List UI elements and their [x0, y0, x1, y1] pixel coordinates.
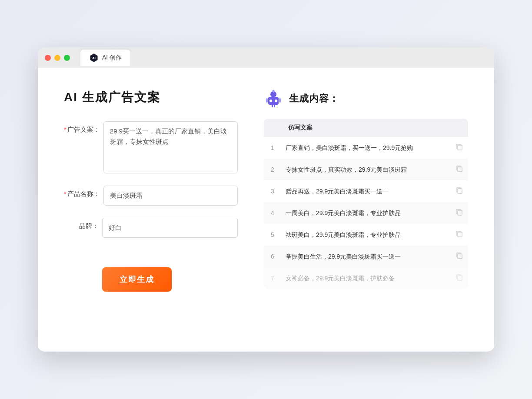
copy-icon[interactable]	[456, 230, 463, 238]
maximize-button[interactable]	[64, 55, 70, 61]
close-button[interactable]	[45, 55, 51, 61]
result-copy-cell	[451, 159, 468, 180]
result-number: 4	[264, 202, 281, 224]
required-star-1: *	[64, 126, 66, 133]
table-row: 1 厂家直销，美白淡斑霜，买一送一，29.9元抢购	[264, 137, 468, 159]
copy-icon[interactable]	[456, 186, 463, 194]
right-panel: 生成内容： 仿写文案 1 厂家直销，美白淡斑霜，买一送一，29.9元抢购	[264, 89, 468, 325]
copy-icon[interactable]	[456, 165, 463, 173]
minimize-button[interactable]	[54, 55, 60, 61]
ad-copy-input[interactable]: 29.9买一送一，真正的厂家直销，美白淡斑霜，专抹女性斑点	[103, 121, 238, 173]
result-number: 1	[264, 137, 281, 159]
svg-rect-8	[272, 105, 273, 107]
browser-content: AI 生成广告文案 *广告文案： 29.9买一送一，真正的厂家直销，美白淡斑霜，…	[38, 68, 494, 351]
browser-titlebar: AI AI 创作	[38, 47, 494, 68]
svg-rect-11	[279, 98, 281, 103]
result-number: 7	[264, 267, 281, 289]
product-name-group: *产品名称：	[64, 186, 238, 206]
result-text: 赠品再送，29.9元美白淡斑霜买一送一	[281, 180, 451, 202]
result-number: 3	[264, 180, 281, 202]
ad-copy-group: *广告文案： 29.9买一送一，真正的厂家直销，美白淡斑霜，专抹女性斑点	[64, 121, 238, 173]
svg-rect-12	[458, 145, 462, 150]
brand-label: 品牌：	[64, 218, 99, 230]
result-text: 一周美白，29.9元美白淡斑霜，专业护肤品	[281, 202, 451, 224]
product-name-label: *产品名称：	[64, 186, 100, 198]
brand-group: 品牌：	[64, 218, 238, 238]
result-number: 6	[264, 246, 281, 267]
svg-point-5	[275, 100, 277, 102]
col-num-header	[264, 119, 281, 137]
result-copy-cell	[451, 246, 468, 267]
svg-rect-10	[266, 98, 268, 103]
svg-point-6	[273, 90, 275, 92]
brand-input[interactable]	[102, 218, 238, 238]
table-row: 4 一周美白，29.9元美白淡斑霜，专业护肤品	[264, 202, 468, 224]
table-row: 7 女神必备，29.9元美白淡斑霜，护肤必备	[264, 267, 468, 289]
copy-icon[interactable]	[456, 252, 463, 259]
ad-copy-label: *广告文案：	[64, 121, 100, 134]
result-copy-cell	[451, 224, 468, 246]
copy-icon[interactable]	[456, 143, 463, 151]
result-number: 2	[264, 159, 281, 180]
copy-icon[interactable]	[456, 273, 463, 281]
result-copy-cell	[451, 202, 468, 224]
copy-icon[interactable]	[456, 208, 463, 216]
traffic-lights	[45, 55, 70, 61]
required-star-2: *	[64, 190, 66, 197]
page-title: AI 生成广告文案	[64, 89, 238, 106]
result-text: 掌握美白生活，29.9元美白淡斑霜买一送一	[281, 246, 451, 267]
result-header: 生成内容：	[264, 89, 468, 108]
tab-label: AI 创作	[102, 54, 122, 62]
table-row: 2 专抹女性斑点，真实功效，29.9元美白淡斑霜	[264, 159, 468, 180]
product-name-input[interactable]	[103, 186, 238, 206]
result-text: 专抹女性斑点，真实功效，29.9元美白淡斑霜	[281, 159, 451, 180]
tab-container: AI AI 创作	[80, 50, 130, 66]
svg-rect-18	[458, 276, 462, 280]
result-text: 祛斑美白，29.9元美白淡斑霜，专业护肤品	[281, 224, 451, 246]
svg-rect-16	[458, 232, 462, 237]
col-action-header	[451, 119, 468, 137]
table-row: 5 祛斑美白，29.9元美白淡斑霜，专业护肤品	[264, 224, 468, 246]
ai-tab-icon: AI	[89, 53, 99, 63]
table-row: 6 掌握美白生活，29.9元美白淡斑霜买一送一	[264, 246, 468, 267]
tab-ai-creation[interactable]: AI AI 创作	[80, 50, 130, 66]
generate-button[interactable]: 立即生成	[102, 267, 172, 292]
result-table: 仿写文案 1 厂家直销，美白淡斑霜，买一送一，29.9元抢购 2 专抹女性斑点，	[264, 119, 468, 289]
result-copy-cell	[451, 137, 468, 159]
col-text-header: 仿写文案	[281, 119, 451, 137]
svg-rect-14	[458, 189, 462, 193]
svg-rect-17	[458, 254, 462, 259]
result-text: 女神必备，29.9元美白淡斑霜，护肤必备	[281, 267, 451, 289]
svg-rect-15	[458, 210, 462, 215]
left-panel: AI 生成广告文案 *广告文案： 29.9买一送一，真正的厂家直销，美白淡斑霜，…	[64, 89, 238, 325]
robot-icon	[264, 89, 283, 108]
result-text: 厂家直销，美白淡斑霜，买一送一，29.9元抢购	[281, 137, 451, 159]
result-copy-cell	[451, 267, 468, 289]
svg-rect-13	[458, 167, 462, 172]
table-row: 3 赠品再送，29.9元美白淡斑霜买一送一	[264, 180, 468, 202]
result-title: 生成内容：	[289, 92, 339, 105]
svg-rect-9	[274, 105, 275, 107]
svg-point-4	[269, 100, 272, 102]
svg-text:AI: AI	[92, 56, 96, 60]
result-number: 5	[264, 224, 281, 246]
result-copy-cell	[451, 180, 468, 202]
browser-window: AI AI 创作 AI 生成广告文案 *广告文案： 29.9买一送一，真正的厂家…	[38, 47, 494, 352]
